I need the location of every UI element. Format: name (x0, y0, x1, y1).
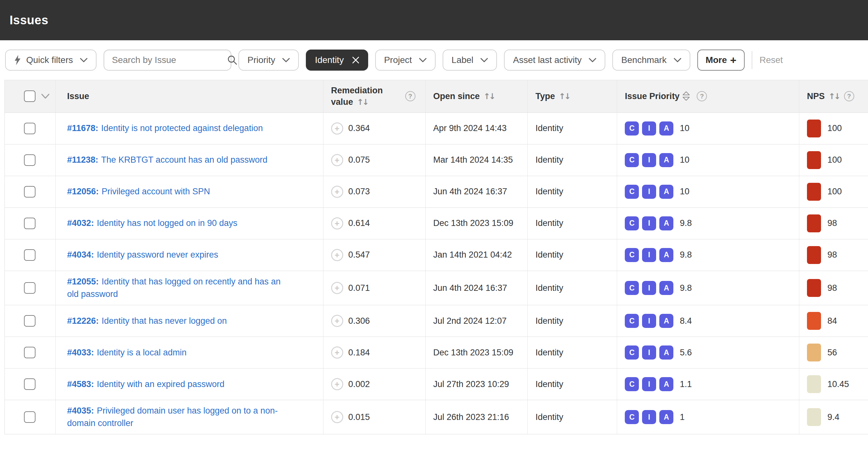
cia-badge-integrity: I (642, 121, 656, 135)
remediation-value: 0.002 (348, 379, 370, 389)
nps-value: 100 (828, 187, 842, 196)
cia-badge-availability: A (659, 153, 673, 167)
issue-link[interactable]: #11238:The KRBTGT account has an old pas… (67, 154, 268, 166)
issue-id: #4033: (67, 348, 94, 357)
nps-value: 9.4 (828, 412, 840, 422)
cia-badge-availability: A (659, 314, 673, 328)
cia-badge-confidentiality: C (625, 345, 639, 359)
open-since-value: Jun 4th 2024 16:37 (433, 187, 507, 196)
identity-filter-chip[interactable]: Identity (306, 50, 368, 71)
open-since-value: Dec 13th 2023 15:09 (433, 218, 514, 228)
table-row: #12056:Privileged account with SPN + 0.0… (5, 176, 868, 208)
row-checkbox[interactable] (24, 315, 35, 327)
issue-title: Privileged account with SPN (102, 187, 210, 196)
row-checkbox[interactable] (24, 186, 35, 197)
type-value: Identity (535, 348, 563, 358)
row-checkbox[interactable] (24, 123, 35, 134)
sort-icon[interactable]: ↑↓ (357, 97, 368, 107)
cia-badge-integrity: I (642, 345, 656, 359)
chevron-down-icon[interactable] (41, 94, 50, 99)
issue-link[interactable]: #4033:Identity is a local admin (67, 346, 187, 359)
issue-link[interactable]: #4583:Identity with an expired password (67, 378, 224, 390)
remediation-value: 0.015 (348, 412, 370, 422)
cia-badge-integrity: I (642, 185, 656, 199)
chevron-down-icon (419, 58, 427, 62)
plus-icon: + (335, 156, 339, 164)
cia-badge-availability: A (659, 248, 673, 262)
type-value: Identity (535, 283, 563, 293)
issue-link[interactable]: #4032:Identity has not logged on in 90 d… (67, 217, 238, 229)
sort-icon[interactable]: ↑↓ (829, 92, 840, 101)
more-filters-button[interactable]: More + (698, 50, 745, 71)
sort-icon[interactable]: ↑↓ (484, 92, 494, 101)
row-checkbox[interactable] (24, 411, 35, 423)
table-header-row: Issue Remediation value↑↓ ? Open since ↑… (5, 80, 868, 113)
search-icon[interactable] (227, 55, 238, 65)
column-header-issue: Issue (67, 91, 89, 101)
row-checkbox[interactable] (24, 282, 35, 294)
open-since-value: Jan 14th 2021 04:42 (433, 250, 512, 260)
search-input[interactable] (112, 55, 227, 65)
plus-icon: + (335, 413, 339, 421)
issue-priority-value: 8.4 (680, 316, 692, 326)
reset-filters-button[interactable]: Reset (760, 55, 783, 65)
priority-filter-button[interactable]: Priority (239, 50, 299, 71)
project-filter-button[interactable]: Project (375, 50, 436, 71)
row-checkbox[interactable] (24, 378, 35, 390)
table-row: #12055:Identity that has logged on recen… (5, 271, 868, 305)
table-row: #4033:Identity is a local admin + 0.184 … (5, 337, 868, 369)
row-checkbox[interactable] (24, 218, 35, 229)
remediation-gauge-icon: + (331, 315, 343, 327)
cia-badge-integrity: I (642, 153, 656, 167)
help-icon[interactable]: ? (844, 91, 854, 101)
label-filter-button[interactable]: Label (443, 50, 497, 71)
chevron-down-icon (282, 58, 290, 62)
asset-last-activity-filter-button[interactable]: Asset last activity (504, 50, 605, 71)
cia-badge-confidentiality: C (625, 153, 639, 167)
benchmark-filter-button[interactable]: Benchmark (612, 50, 690, 71)
issue-title: Identity password never expires (97, 250, 218, 259)
quick-filters-label: Quick filters (26, 55, 73, 65)
row-checkbox[interactable] (24, 249, 35, 261)
remediation-value: 0.547 (348, 250, 370, 260)
cia-badge-confidentiality: C (625, 281, 639, 295)
issue-link[interactable]: #12226:Identity that has never logged on (67, 315, 227, 327)
row-checkbox[interactable] (24, 347, 35, 358)
issue-link[interactable]: #12055:Identity that has logged on recen… (67, 276, 292, 301)
cia-badge-availability: A (659, 281, 673, 295)
remediation-value: 0.075 (348, 155, 370, 165)
type-value: Identity (535, 412, 563, 422)
issues-table: Issue Remediation value↑↓ ? Open since ↑… (4, 80, 868, 434)
issue-link[interactable]: #11678:Identity is not protected against… (67, 122, 263, 134)
help-icon[interactable]: ? (405, 91, 415, 101)
issue-priority-value: 1 (680, 412, 685, 422)
row-checkbox[interactable] (24, 154, 35, 166)
sort-icon[interactable]: ↑↓ (559, 92, 569, 101)
open-since-value: Mar 14th 2024 14:35 (433, 155, 513, 165)
cia-badge-availability: A (659, 121, 673, 135)
issue-title: Identity has not logged on in 90 days (97, 218, 238, 228)
issue-priority-value: 10 (680, 187, 689, 196)
quick-filters-button[interactable]: Quick filters (5, 50, 96, 71)
table-row: #12226:Identity that has never logged on… (5, 305, 868, 337)
column-header-nps: NPS (807, 91, 825, 101)
open-since-value: Jun 4th 2024 16:37 (433, 283, 507, 293)
select-all-checkbox[interactable] (24, 90, 35, 102)
issue-id: #12056: (67, 187, 99, 196)
plus-icon: + (335, 124, 339, 133)
remediation-value: 0.071 (348, 283, 370, 293)
sort-triangles-icon[interactable] (682, 91, 690, 102)
cia-badge-availability: A (659, 345, 673, 359)
issue-link[interactable]: #12056:Privileged account with SPN (67, 185, 210, 198)
table-row: #4035:Privileged domain user has logged … (5, 400, 868, 434)
filter-bar-divider (752, 51, 752, 69)
issue-link[interactable]: #4035:Privileged domain user has logged … (67, 405, 292, 430)
plus-icon: + (730, 55, 737, 65)
close-icon[interactable] (352, 57, 359, 64)
issue-link[interactable]: #4034:Identity password never expires (67, 249, 218, 261)
issue-priority-value: 9.8 (680, 250, 692, 260)
issue-search-box[interactable] (103, 50, 231, 71)
top-bar: Issues (0, 0, 868, 40)
help-icon[interactable]: ? (697, 91, 707, 101)
nps-swatch (807, 151, 821, 169)
